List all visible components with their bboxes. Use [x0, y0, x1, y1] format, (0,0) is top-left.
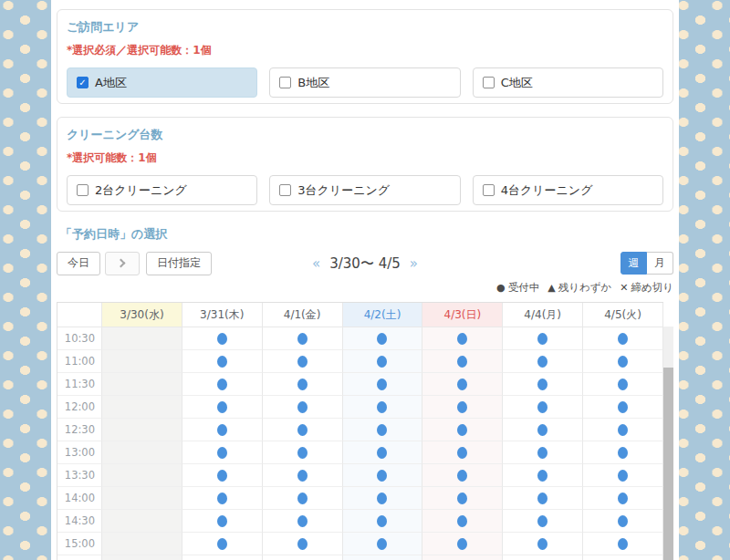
slot-cell[interactable] — [182, 555, 263, 560]
time-label: 14:30 — [57, 510, 102, 533]
slot-cell[interactable] — [182, 419, 263, 441]
checkbox-unchecked-icon — [77, 184, 89, 196]
slot-cell[interactable] — [503, 350, 583, 373]
slot-cell[interactable] — [343, 510, 423, 533]
slot-cell[interactable] — [422, 373, 503, 396]
slot-cell[interactable] — [263, 327, 343, 350]
slot-cell[interactable] — [263, 396, 343, 419]
slot-cell[interactable] — [263, 464, 343, 487]
slot-cell[interactable] — [422, 510, 503, 533]
available-icon — [457, 470, 467, 482]
slot-cell[interactable] — [422, 350, 503, 373]
available-icon — [297, 470, 308, 482]
available-icon — [618, 470, 628, 482]
date-picker-button[interactable]: 日付指定 — [146, 252, 212, 275]
slot-cell[interactable] — [263, 510, 343, 533]
slot-cell[interactable] — [583, 373, 663, 396]
checkbox-option[interactable]: 4台クリーニング — [473, 175, 663, 205]
slot-cell[interactable] — [182, 487, 263, 510]
view-week-button[interactable]: 週 — [620, 252, 647, 275]
slot-cell[interactable] — [343, 419, 423, 441]
slot-cell[interactable] — [343, 464, 423, 487]
slot-cell[interactable] — [343, 327, 423, 350]
slot-cell[interactable] — [343, 396, 423, 419]
slot-cell[interactable] — [503, 533, 583, 555]
slot-cell[interactable] — [422, 533, 503, 555]
slot-cell[interactable] — [503, 373, 583, 396]
checkbox-option[interactable]: B地区 — [269, 67, 460, 98]
slot-cell[interactable] — [263, 533, 343, 555]
next-week-icon[interactable]: » — [410, 255, 418, 272]
slot-cell[interactable] — [583, 396, 663, 419]
slot-cell[interactable] — [503, 510, 583, 533]
available-icon — [537, 538, 548, 550]
option-label: 4台クリーニング — [501, 182, 593, 199]
slot-cell[interactable] — [583, 441, 663, 464]
slot-cell[interactable] — [583, 510, 663, 533]
slot-cell[interactable] — [583, 555, 663, 560]
checkbox-option[interactable]: 2台クリーニング — [67, 175, 257, 205]
slot-cell[interactable] — [343, 373, 423, 396]
slot-cell[interactable] — [182, 441, 263, 464]
slot-cell[interactable] — [263, 373, 343, 396]
slot-cell[interactable] — [182, 533, 263, 555]
slot-cell[interactable] — [422, 419, 503, 441]
slot-cell — [102, 464, 182, 487]
slot-cell[interactable] — [503, 441, 583, 464]
prev-week-icon[interactable]: « — [312, 255, 320, 272]
slot-cell[interactable] — [422, 327, 503, 350]
view-month-button[interactable]: 月 — [647, 252, 673, 275]
slot-cell[interactable] — [583, 464, 663, 487]
slot-cell[interactable] — [583, 327, 663, 350]
checkbox-option[interactable]: 3台クリーニング — [269, 175, 460, 205]
slot-cell[interactable] — [583, 419, 663, 441]
slot-cell[interactable] — [583, 533, 663, 555]
day-header: 4/4(月) — [503, 303, 583, 327]
slot-cell[interactable] — [343, 350, 423, 373]
slot-cell[interactable] — [263, 441, 343, 464]
available-icon — [377, 447, 387, 459]
next-day-button[interactable] — [105, 252, 140, 275]
available-icon — [377, 356, 387, 368]
slot-cell[interactable] — [263, 555, 343, 560]
slot-cell[interactable] — [422, 487, 503, 510]
slot-cell[interactable] — [182, 464, 263, 487]
slot-cell[interactable] — [583, 350, 663, 373]
scrollbar-thumb[interactable] — [663, 368, 673, 560]
slot-cell[interactable] — [182, 327, 263, 350]
slot-cell[interactable] — [182, 510, 263, 533]
slot-cell[interactable] — [263, 419, 343, 441]
slot-cell[interactable] — [503, 487, 583, 510]
slot-cell[interactable] — [503, 327, 583, 350]
available-icon — [618, 493, 628, 504]
slot-cell[interactable] — [422, 396, 503, 419]
slot-cell[interactable] — [422, 555, 503, 560]
calendar-row: 15:30 — [57, 555, 663, 560]
cleaning-units-title: クリーニング台数 — [67, 128, 663, 141]
calendar-scrollbar[interactable] — [663, 327, 673, 560]
available-icon — [537, 356, 548, 368]
slot-cell[interactable] — [503, 464, 583, 487]
slot-cell[interactable] — [583, 487, 663, 510]
checkbox-checked-icon: ✓ — [77, 77, 89, 88]
checkbox-option[interactable]: C地区 — [473, 67, 663, 98]
slot-cell[interactable] — [343, 555, 423, 560]
available-icon — [618, 333, 628, 345]
slot-cell[interactable] — [343, 533, 423, 555]
slot-cell[interactable] — [422, 441, 503, 464]
slot-cell[interactable] — [422, 464, 503, 487]
slot-cell[interactable] — [182, 350, 263, 373]
today-button[interactable]: 今日 — [57, 252, 100, 275]
slot-cell[interactable] — [503, 396, 583, 419]
slot-cell[interactable] — [263, 350, 343, 373]
checkbox-option[interactable]: ✓A地区 — [67, 67, 257, 98]
slot-cell[interactable] — [503, 419, 583, 441]
slot-cell[interactable] — [182, 373, 263, 396]
slot-cell[interactable] — [263, 487, 343, 510]
legend-item: ●受付中 — [496, 281, 539, 295]
slot-cell[interactable] — [503, 555, 583, 560]
slot-cell[interactable] — [182, 396, 263, 419]
slot-cell[interactable] — [343, 441, 423, 464]
available-icon — [377, 424, 387, 436]
slot-cell[interactable] — [343, 487, 423, 510]
